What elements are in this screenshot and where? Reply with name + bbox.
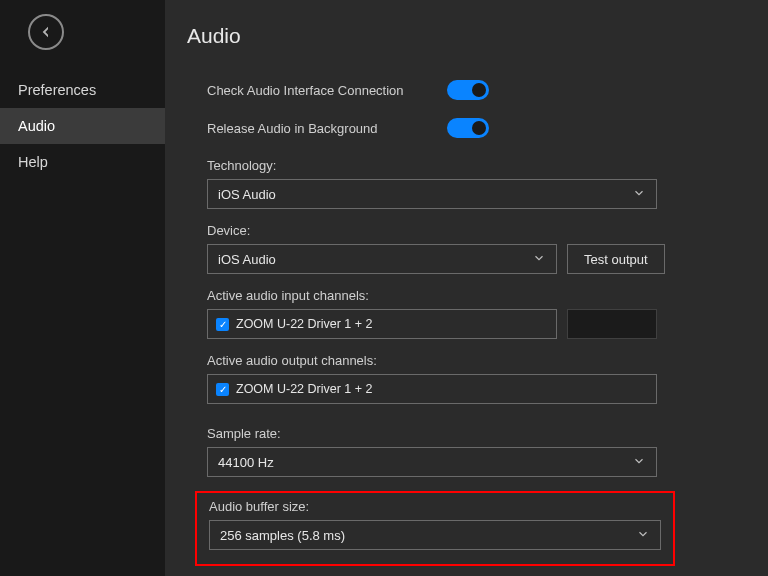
test-output-button[interactable]: Test output (567, 244, 665, 274)
buffer-size-label: Audio buffer size: (209, 499, 661, 514)
sidebar-item-help[interactable]: Help (0, 144, 165, 180)
buffer-size-select[interactable]: 256 samples (5.8 ms) (209, 520, 661, 550)
checkbox-checked-icon[interactable]: ✓ (216, 383, 229, 396)
technology-value: iOS Audio (218, 187, 276, 202)
sidebar-item-preferences[interactable]: Preferences (0, 72, 165, 108)
output-channel-item: ZOOM U-22 Driver 1 + 2 (236, 382, 373, 396)
main-panel: Audio Check Audio Interface Connection R… (165, 0, 768, 576)
technology-label: Technology: (207, 158, 742, 173)
chevron-down-icon (636, 527, 650, 544)
sample-rate-select[interactable]: 44100 Hz (207, 447, 657, 477)
input-channels-label: Active audio input channels: (207, 288, 742, 303)
chevron-down-icon (632, 186, 646, 203)
chevron-down-icon (632, 454, 646, 471)
input-channels-box[interactable]: ✓ ZOOM U-22 Driver 1 + 2 (207, 309, 557, 339)
device-value: iOS Audio (218, 252, 276, 267)
highlight-annotation: Audio buffer size: 256 samples (5.8 ms) (195, 491, 675, 566)
back-button[interactable] (28, 14, 64, 50)
sidebar: Preferences Audio Help (0, 0, 165, 576)
arrow-left-icon (38, 24, 54, 40)
input-channel-item: ZOOM U-22 Driver 1 + 2 (236, 317, 373, 331)
sample-rate-label: Sample rate: (207, 426, 742, 441)
sample-rate-value: 44100 Hz (218, 455, 274, 470)
output-channels-box[interactable]: ✓ ZOOM U-22 Driver 1 + 2 (207, 374, 657, 404)
output-channels-label: Active audio output channels: (207, 353, 742, 368)
chevron-down-icon (532, 251, 546, 268)
toggle-check-interface-label: Check Audio Interface Connection (207, 83, 447, 98)
sidebar-item-audio[interactable]: Audio (0, 108, 165, 144)
page-title: Audio (187, 24, 742, 48)
toggle-release-bg[interactable] (447, 118, 489, 138)
buffer-size-value: 256 samples (5.8 ms) (220, 528, 345, 543)
technology-select[interactable]: iOS Audio (207, 179, 657, 209)
input-channels-side-slot (567, 309, 657, 339)
checkbox-checked-icon[interactable]: ✓ (216, 318, 229, 331)
toggle-check-interface[interactable] (447, 80, 489, 100)
toggle-release-bg-label: Release Audio in Background (207, 121, 447, 136)
device-select[interactable]: iOS Audio (207, 244, 557, 274)
device-label: Device: (207, 223, 742, 238)
